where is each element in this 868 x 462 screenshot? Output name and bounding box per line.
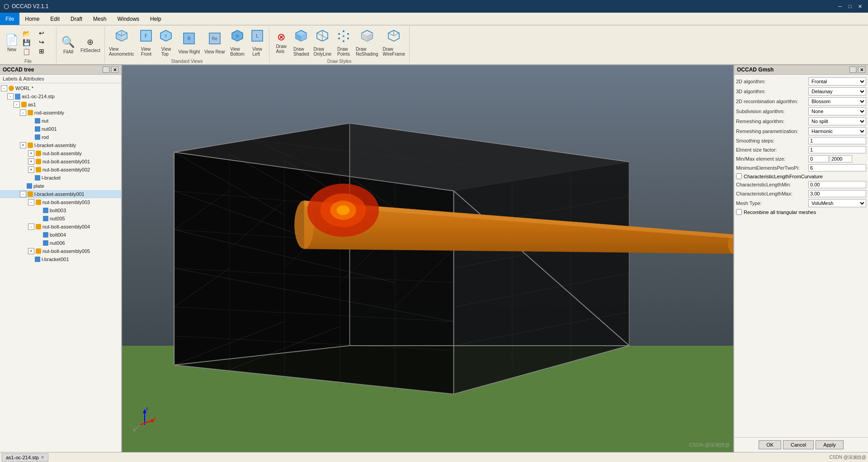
toggle-rod-assembly[interactable]: - <box>20 110 26 116</box>
toggle-nba002[interactable]: + <box>28 167 34 173</box>
recombine-checkbox[interactable] <box>736 209 742 215</box>
toggle-nba003[interactable]: - <box>28 199 34 205</box>
toggle-as1[interactable]: - <box>14 101 20 108</box>
param-remesh-algo-value[interactable]: No splitAutomatic <box>808 117 866 125</box>
tree-item-nba[interactable]: + nut-bolt-assembly <box>0 149 121 157</box>
draw-shaded-button[interactable]: DrawShaded <box>291 27 311 58</box>
toggle-worl[interactable]: - <box>1 85 7 91</box>
open-button[interactable]: 📂 <box>23 29 37 38</box>
tree-item-nba003[interactable]: - nut-bolt-assembly003 <box>0 198 121 206</box>
tree-item-worl[interactable]: - WORL * <box>0 84 121 92</box>
view-top-button[interactable]: T ViewTop <box>156 27 176 58</box>
tree-item-as1file[interactable]: - as1-oc-214.stp <box>0 92 121 100</box>
draw-onlyline-button[interactable]: DrawOnlyLine <box>311 27 334 58</box>
menu-file[interactable]: File <box>0 13 19 25</box>
menu-draft[interactable]: Draft <box>65 13 88 25</box>
redo-button[interactable]: ↪ <box>39 38 53 47</box>
new-button[interactable]: 📄 New <box>2 27 22 58</box>
minimize-button[interactable]: ─ <box>835 2 844 10</box>
tree-item-lba001[interactable]: - l-bracket-assembly001 <box>0 190 121 198</box>
fitall-button[interactable]: 🔍 FitAll <box>58 29 78 60</box>
2d-recomb-select[interactable]: BlossomSimple <box>808 97 866 105</box>
tree-item-l-bracket-assembly[interactable]: + l-bracket-assembly <box>0 141 121 149</box>
tree-item-bolt004[interactable]: bolt004 <box>0 231 121 239</box>
toggle-nba[interactable]: + <box>28 150 34 157</box>
remesh-algo-select[interactable]: No splitAutomatic <box>808 117 866 125</box>
tree-item-nba005[interactable]: + nut-bolt-assembly005 <box>0 247 121 255</box>
tree-item-l-bracket[interactable]: l-bracket <box>0 174 121 182</box>
maxsize-input[interactable] <box>830 155 852 162</box>
3d-algorithm-select[interactable]: DelaunayFrontalHXT <box>808 87 866 95</box>
menu-mesh[interactable]: Mesh <box>88 13 112 25</box>
tree-item-nut006[interactable]: nut006 <box>0 239 121 247</box>
subdivision-select[interactable]: NoneAll Quads <box>808 107 866 115</box>
param-2d-recomb-value[interactable]: BlossomSimple <box>808 97 866 105</box>
draw-axis-button[interactable]: ⊗ DrawAxis <box>271 27 291 58</box>
view-right-button[interactable]: R View Right <box>176 27 202 58</box>
toggle-nba001[interactable]: + <box>28 158 34 165</box>
menu-help[interactable]: Help <box>145 13 167 25</box>
apply-button[interactable]: Apply <box>816 440 844 449</box>
meshtype-select[interactable]: VoluMeshSurfMesh <box>808 199 866 207</box>
tree-item-nba002[interactable]: + nut-bolt-assembly002 <box>0 166 121 174</box>
param-subdivision-value[interactable]: NoneAll Quads <box>808 107 866 115</box>
clmax-input[interactable] <box>808 190 866 197</box>
tree-item-rod[interactable]: rod <box>0 133 121 141</box>
status-tab-close[interactable]: ✕ <box>41 455 44 460</box>
remesh-param-select[interactable]: HarmonicConformal <box>808 127 866 135</box>
ok-button[interactable]: OK <box>759 440 781 449</box>
param-clmin-value[interactable] <box>808 181 866 188</box>
tree-item-plate[interactable]: plate <box>0 182 121 190</box>
close-button[interactable]: ✕ <box>855 2 864 10</box>
param-clmax-value[interactable] <box>808 190 866 197</box>
param-meshtype-value[interactable]: VoluMeshSurfMesh <box>808 199 866 207</box>
tree-item-l-bracket001[interactable]: l-bracket001 <box>0 255 121 263</box>
tree-item-nba001[interactable]: + nut-bolt-assembly001 <box>0 157 121 166</box>
grid-button[interactable]: ⊞ <box>39 48 53 56</box>
param-elsize-value[interactable] <box>808 146 866 153</box>
param-remesh-param-value[interactable]: HarmonicConformal <box>808 127 866 135</box>
param-smoothing-value[interactable] <box>808 137 866 144</box>
left-panel-maximize[interactable]: ⬜ <box>103 67 110 73</box>
2d-algorithm-select[interactable]: FrontalDelaunayMeshAdapt <box>808 77 866 86</box>
view-rear-button[interactable]: Re View Rear <box>202 27 227 58</box>
menu-windows[interactable]: Windows <box>112 13 145 25</box>
meptwo-input[interactable] <box>808 164 866 171</box>
save-button[interactable]: 💾 <box>23 38 37 47</box>
tree-item-nut005[interactable]: nut005 <box>0 214 121 223</box>
view-bottom-button[interactable]: B ViewBottom <box>227 27 247 58</box>
tree-item-bolt003[interactable]: bolt003 <box>0 206 121 214</box>
param-meptwo-value[interactable] <box>808 164 866 171</box>
param-2d-algorithm-value[interactable]: FrontalDelaunayMeshAdapt <box>808 77 866 86</box>
menu-home[interactable]: Home <box>19 13 45 25</box>
toggle-nba004[interactable]: - <box>28 224 34 230</box>
smoothing-input[interactable] <box>808 137 866 144</box>
viewport[interactable]: Z Y X CSDN @深湘技@ <box>122 65 733 452</box>
toggle-nba005[interactable]: + <box>28 248 34 254</box>
fitselect-button[interactable]: ⊕ FitSeclect <box>78 29 103 60</box>
tree-item-nut001[interactable]: nut001 <box>0 125 121 133</box>
clf-curv-checkbox[interactable] <box>736 173 742 179</box>
clmin-input[interactable] <box>808 181 866 188</box>
saveas-button[interactable]: 📋 <box>23 48 37 56</box>
view-front-button[interactable]: F ViewFront <box>136 27 156 58</box>
toggle-as1file[interactable]: - <box>7 93 14 100</box>
restore-button[interactable]: □ <box>845 2 854 10</box>
param-3d-algorithm-value[interactable]: DelaunayFrontalHXT <box>808 87 866 95</box>
left-panel-close[interactable]: ✕ <box>111 67 118 73</box>
minsize-input[interactable] <box>808 155 829 162</box>
draw-wireframe-button[interactable]: DrawWireFrame <box>381 27 407 58</box>
toggle-lba001[interactable]: - <box>20 191 26 197</box>
status-tab-file[interactable]: as1-oc-214.stp ✕ <box>2 453 48 462</box>
menu-edit[interactable]: Edit <box>45 13 65 25</box>
draw-noshading-button[interactable]: DrawNoShading <box>354 27 380 58</box>
tree-item-nba004[interactable]: - nut-bolt-assembly004 <box>0 223 121 231</box>
draw-points-button[interactable]: DrawPoints <box>334 27 354 58</box>
tree-item-as1[interactable]: - as1 <box>0 100 121 109</box>
view-left-button[interactable]: L ViewLeft <box>247 27 267 58</box>
cancel-button[interactable]: Cancel <box>783 440 814 449</box>
elsize-input[interactable] <box>808 146 866 153</box>
toggle-l-bracket-assembly[interactable]: + <box>20 142 26 148</box>
right-panel-maximize[interactable]: ⬜ <box>849 67 857 73</box>
right-panel-close[interactable]: ✕ <box>858 67 865 73</box>
